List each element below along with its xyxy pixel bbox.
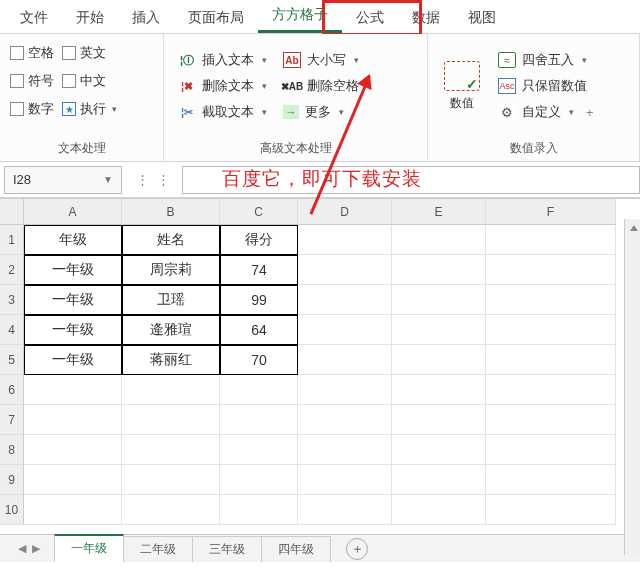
btn-delete-text[interactable]: ¦✖删除文本▾	[178, 77, 267, 95]
sheet-tab[interactable]: 四年级	[261, 536, 331, 562]
tab-insert[interactable]: 插入	[118, 3, 174, 33]
cell[interactable]	[486, 225, 616, 255]
btn-case[interactable]: Ab大小写▾	[283, 51, 372, 69]
cell[interactable]	[24, 435, 122, 465]
cell[interactable]	[486, 285, 616, 315]
cell[interactable]	[220, 375, 298, 405]
cell[interactable]: 逄雅瑄	[122, 315, 220, 345]
cell[interactable]: 一年级	[24, 345, 122, 375]
cell[interactable]	[24, 405, 122, 435]
cell[interactable]	[392, 285, 486, 315]
col-header[interactable]: E	[392, 199, 486, 225]
cell[interactable]	[298, 405, 392, 435]
cell[interactable]	[298, 315, 392, 345]
tab-view[interactable]: 视图	[454, 3, 510, 33]
cell[interactable]	[486, 435, 616, 465]
cell[interactable]	[122, 435, 220, 465]
cell[interactable]	[392, 225, 486, 255]
col-header[interactable]: F	[486, 199, 616, 225]
cell[interactable]: 99	[220, 285, 298, 315]
cell[interactable]	[122, 495, 220, 525]
cell[interactable]	[298, 285, 392, 315]
cell[interactable]	[392, 345, 486, 375]
name-box[interactable]: I28 ▼	[4, 166, 122, 194]
cell[interactable]	[24, 375, 122, 405]
col-header[interactable]: A	[24, 199, 122, 225]
cell[interactable]	[392, 465, 486, 495]
col-header[interactable]: C	[220, 199, 298, 225]
btn-numeric[interactable]: 数值	[434, 38, 490, 134]
tab-data[interactable]: 数据	[398, 3, 454, 33]
btn-more[interactable]: →更多▾	[283, 103, 372, 121]
cell[interactable]	[392, 315, 486, 345]
col-header[interactable]: B	[122, 199, 220, 225]
sheet-nav-arrows[interactable]: ◀▶	[4, 542, 54, 555]
tab-file[interactable]: 文件	[6, 3, 62, 33]
cell[interactable]	[122, 375, 220, 405]
cell[interactable]: 得分	[220, 225, 298, 255]
cell[interactable]: 年级	[24, 225, 122, 255]
row-header[interactable]: 8	[0, 435, 24, 465]
cell[interactable]	[122, 405, 220, 435]
row-header[interactable]: 7	[0, 405, 24, 435]
row-header[interactable]: 1	[0, 225, 24, 255]
cell[interactable]: 一年级	[24, 285, 122, 315]
cell[interactable]	[392, 435, 486, 465]
cell[interactable]	[298, 345, 392, 375]
row-header[interactable]: 9	[0, 465, 24, 495]
cell[interactable]: 74	[220, 255, 298, 285]
cell[interactable]	[392, 495, 486, 525]
cell[interactable]	[24, 465, 122, 495]
cell[interactable]	[486, 465, 616, 495]
chk-symbol[interactable]: 符号	[10, 72, 54, 90]
cell[interactable]: 一年级	[24, 315, 122, 345]
cell[interactable]	[486, 255, 616, 285]
btn-custom[interactable]: ⚙自定义▾+	[498, 103, 594, 121]
chk-chinese[interactable]: 中文	[62, 72, 117, 90]
sheet-tab[interactable]: 二年级	[123, 536, 193, 562]
row-header[interactable]: 4	[0, 315, 24, 345]
cell[interactable]	[220, 405, 298, 435]
row-header[interactable]: 2	[0, 255, 24, 285]
row-header[interactable]: 3	[0, 285, 24, 315]
fx-buttons[interactable]: ⋮ ⋮	[126, 172, 182, 187]
cell[interactable]	[122, 465, 220, 495]
cell[interactable]	[298, 375, 392, 405]
cell[interactable]	[298, 435, 392, 465]
sheet-tab[interactable]: 一年级	[54, 534, 124, 563]
btn-insert-text[interactable]: ¦Ⓘ插入文本▾	[178, 51, 267, 69]
sheet-tab[interactable]: 三年级	[192, 536, 262, 562]
row-header[interactable]: 6	[0, 375, 24, 405]
cell[interactable]: 64	[220, 315, 298, 345]
cell[interactable]: 卫瑶	[122, 285, 220, 315]
cell[interactable]	[486, 405, 616, 435]
cell[interactable]: 姓名	[122, 225, 220, 255]
tab-home[interactable]: 开始	[62, 3, 118, 33]
cell[interactable]	[486, 495, 616, 525]
add-sheet-button[interactable]: ＋	[346, 538, 368, 560]
chk-number[interactable]: 数字	[10, 100, 54, 118]
row-header[interactable]: 10	[0, 495, 24, 525]
cell[interactable]	[392, 405, 486, 435]
btn-round[interactable]: ≈四舍五入▾	[498, 51, 594, 69]
cell[interactable]	[298, 255, 392, 285]
chk-english[interactable]: 英文	[62, 44, 117, 62]
cell[interactable]	[486, 315, 616, 345]
cell[interactable]	[24, 495, 122, 525]
cell[interactable]	[298, 225, 392, 255]
btn-execute[interactable]: ★执行▾	[62, 100, 117, 118]
btn-keep-number[interactable]: Asc只保留数值	[498, 77, 594, 95]
cell[interactable]	[298, 465, 392, 495]
cell[interactable]	[220, 435, 298, 465]
vertical-scrollbar[interactable]	[624, 219, 640, 555]
cell[interactable]	[486, 345, 616, 375]
cell[interactable]: 蒋丽红	[122, 345, 220, 375]
row-header[interactable]: 5	[0, 345, 24, 375]
tab-fangfang-gezi[interactable]: 方方格子	[258, 0, 342, 33]
cell[interactable]	[392, 255, 486, 285]
cell[interactable]	[486, 375, 616, 405]
cell[interactable]	[220, 495, 298, 525]
cell[interactable]	[220, 465, 298, 495]
cell[interactable]	[298, 495, 392, 525]
select-all-corner[interactable]	[0, 199, 24, 225]
